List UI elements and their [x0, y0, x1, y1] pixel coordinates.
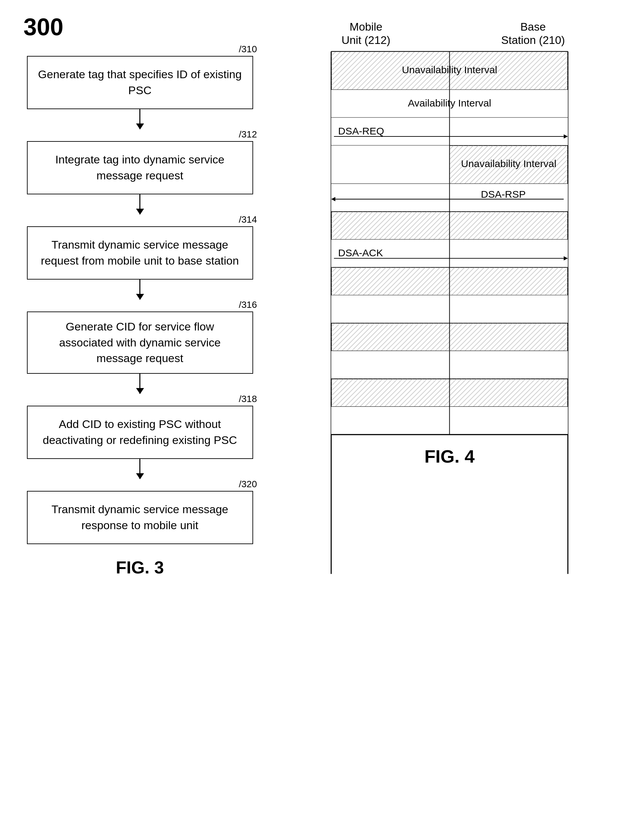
fig3-title: 300 — [24, 13, 64, 40]
svg-rect-45 — [449, 267, 568, 295]
svg-rect-34 — [331, 212, 449, 240]
step-310-wrapper: 310 Generate tag that specifies ID of ex… — [13, 44, 266, 109]
arrow-5 — [139, 459, 141, 479]
step-310-box: Generate tag that specifies ID of existi… — [27, 56, 253, 109]
step-310-number: 310 — [239, 44, 257, 55]
fig4-container: Mobile Unit (212) Base Station (210) — [286, 13, 606, 610]
timeline-svg: Mobile Unit (212) Base Station (210) — [296, 16, 596, 610]
step-312-number: 312 — [239, 129, 257, 140]
step-312-box: Integrate tag into dynamic service messa… — [27, 141, 253, 195]
svg-rect-44 — [331, 267, 449, 295]
svg-text:Unavailability Interval: Unavailability Interval — [402, 64, 497, 75]
svg-text:Mobile: Mobile — [350, 21, 383, 33]
svg-rect-51 — [331, 323, 449, 351]
step-312-wrapper: 312 Integrate tag into dynamic service m… — [13, 129, 266, 195]
svg-text:Base: Base — [520, 21, 546, 33]
svg-text:Unit (212): Unit (212) — [341, 34, 390, 46]
arrow-2 — [139, 195, 141, 214]
arrow-3 — [139, 280, 141, 299]
step-320-box: Transmit dynamic service message respons… — [27, 491, 253, 544]
step-320-wrapper: 320 Transmit dynamic service message res… — [13, 479, 266, 544]
step-318-number: 318 — [239, 394, 257, 404]
step-318-box: Add CID to existing PSC without deactiva… — [27, 406, 253, 459]
svg-text:DSA-REQ: DSA-REQ — [338, 126, 384, 136]
svg-text:DSA-ACK: DSA-ACK — [338, 247, 383, 258]
step-316-wrapper: 316 Generate CID for service flow associ… — [13, 299, 266, 374]
flowchart: 310 Generate tag that specifies ID of ex… — [13, 44, 266, 544]
step-314-box: Transmit dynamic service message request… — [27, 226, 253, 280]
svg-text:DSA-RSP: DSA-RSP — [481, 189, 526, 200]
svg-rect-35 — [449, 212, 568, 240]
step-320-number: 320 — [239, 479, 257, 490]
svg-text:Station (210): Station (210) — [501, 34, 565, 46]
svg-text:Unavailability Interval: Unavailability Interval — [461, 158, 556, 169]
svg-rect-59 — [449, 379, 568, 407]
step-316-box: Generate CID for service flow associated… — [27, 311, 253, 374]
fig3-container: 300 310 Generate tag that specifies ID o… — [13, 13, 266, 577]
svg-text:Availability Interval: Availability Interval — [408, 97, 491, 108]
arrow-1 — [139, 109, 141, 129]
step-314-wrapper: 314 Transmit dynamic service message req… — [13, 214, 266, 280]
svg-rect-52 — [449, 323, 568, 351]
step-316-number: 316 — [239, 299, 257, 310]
step-314-number: 314 — [239, 214, 257, 225]
step-318-wrapper: 318 Add CID to existing PSC without deac… — [13, 394, 266, 459]
svg-text:FIG. 4: FIG. 4 — [424, 446, 474, 467]
arrow-4 — [139, 374, 141, 394]
svg-rect-23 — [331, 145, 449, 184]
svg-rect-58 — [331, 379, 449, 407]
fig3-caption: FIG. 3 — [13, 557, 266, 577]
